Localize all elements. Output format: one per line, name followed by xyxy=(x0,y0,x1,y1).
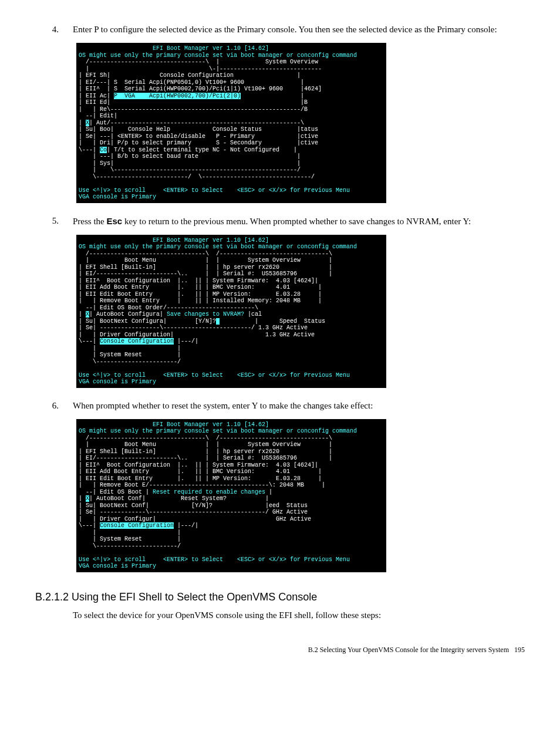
section-heading: B.2.1.2 Using the EFI Shell to Select th… xyxy=(35,590,525,605)
step-5: 5. Press the Esc key to return to the pr… xyxy=(35,215,525,228)
step-number: 5. xyxy=(35,215,73,228)
step-number: 6. xyxy=(35,400,73,412)
section-intro: To select the device for your OpenVMS co… xyxy=(73,609,525,622)
step-6: 6. When prompted whether to reset the sy… xyxy=(35,400,525,412)
footer-text: B.2 Selecting Your OpenVMS Console for t… xyxy=(308,646,509,654)
step-number: 4. xyxy=(35,23,73,36)
step-text: When prompted whether to reset the syste… xyxy=(73,400,525,412)
page-number: 195 xyxy=(514,646,525,654)
esc-key: Esc xyxy=(107,216,123,226)
terminal-screenshot-2: EFI Boot Manager ver 1.10 [14.62] OS mig… xyxy=(76,235,386,388)
terminal-screenshot-1: EFI Boot Manager ver 1.10 [14.62] OS mig… xyxy=(76,43,386,203)
step-4: 4. Enter P to configure the selected dev… xyxy=(35,23,525,36)
page-footer: B.2 Selecting Your OpenVMS Console for t… xyxy=(35,645,525,655)
terminal-screenshot-3: EFI Boot Manager ver 1.10 [14.62] OS mig… xyxy=(76,419,386,572)
step-text: Enter P to configure the selected device… xyxy=(73,23,525,36)
step-text: Press the Esc key to return to the previ… xyxy=(73,215,525,228)
